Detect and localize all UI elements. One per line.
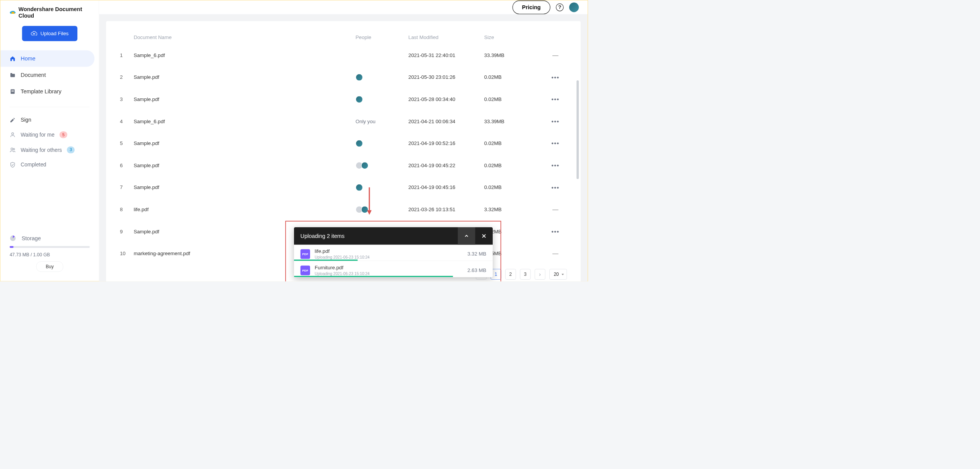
- page-3-button[interactable]: 3: [520, 269, 531, 280]
- table-row[interactable]: 4Sample_6.pdfOnly you2021-04-21 00:06:34…: [120, 111, 567, 133]
- upload-progress-bar: [294, 276, 453, 277]
- table-row[interactable]: 5Sample.pdf2021-04-19 00:52:160.02MB•••: [120, 132, 567, 155]
- row-size: 0.02MB: [484, 184, 544, 191]
- storage-progress: [10, 246, 90, 248]
- more-actions-icon[interactable]: •••: [551, 96, 559, 103]
- row-size: 33.39MB: [484, 119, 544, 125]
- help-icon[interactable]: ?: [556, 3, 564, 11]
- row-size: 0.02MB: [484, 163, 544, 169]
- table-row[interactable]: 3Sample.pdf2021-05-28 00:34:400.02MB•••: [120, 88, 567, 111]
- row-last-modified: 2021-04-19 00:45:22: [408, 163, 484, 169]
- row-people: [356, 206, 408, 213]
- row-index: 5: [120, 140, 134, 147]
- more-actions-icon[interactable]: •••: [551, 184, 559, 191]
- row-size: 0.02MB: [484, 96, 544, 103]
- page-size-select[interactable]: 20: [549, 269, 567, 280]
- table-row[interactable]: 6Sample.pdf2021-04-19 00:45:220.02MB•••: [120, 155, 567, 177]
- folder-icon: [10, 72, 16, 78]
- page-2-button[interactable]: 2: [505, 269, 516, 280]
- svg-point-4: [11, 148, 13, 150]
- avatar-icon: [356, 140, 363, 147]
- sidebar-item-template-library[interactable]: Template Library: [0, 83, 99, 100]
- avatar-icon: [356, 96, 363, 103]
- table-header: Document Name People Last Modified Size: [120, 30, 567, 44]
- row-document-name: Sample.pdf: [134, 163, 356, 169]
- row-index: 10: [120, 251, 134, 257]
- row-index: 9: [120, 229, 134, 235]
- buy-button[interactable]: Buy: [36, 261, 63, 272]
- row-size: 0.02MB: [484, 140, 544, 147]
- sidebar-item-sign[interactable]: Sign: [0, 113, 99, 127]
- row-index: 8: [120, 207, 134, 213]
- upload-item-sub: Uploading 2021-06-23 15:10:24: [315, 272, 467, 276]
- upload-item-size: 3.32 MB: [467, 251, 486, 257]
- row-people: [356, 184, 408, 191]
- table-row[interactable]: 2Sample.pdf2021-05-30 23:01:260.02MB•••: [120, 66, 567, 88]
- no-actions-icon: —: [552, 250, 559, 257]
- row-document-name: Sample.pdf: [134, 74, 356, 80]
- storage-text: 47.73 MB / 1.00 GB: [10, 252, 90, 257]
- nav-list: Home Document Template Library: [0, 50, 99, 103]
- row-index: 7: [120, 184, 134, 191]
- svg-rect-1: [11, 90, 14, 91]
- row-people: [356, 74, 408, 81]
- brand: Wondershare Document Cloud: [0, 6, 99, 26]
- more-actions-icon[interactable]: •••: [551, 162, 559, 169]
- pricing-button[interactable]: Pricing: [512, 0, 550, 14]
- upload-collapse-button[interactable]: [458, 227, 475, 245]
- page-next-button[interactable]: ›: [535, 269, 546, 280]
- pie-icon: [10, 235, 16, 241]
- upload-item-size: 2.63 MB: [467, 267, 486, 274]
- row-document-name: life.pdf: [134, 207, 356, 213]
- user-icon: [10, 132, 16, 138]
- upload-close-button[interactable]: [475, 227, 493, 245]
- upload-progress-bar: [294, 260, 358, 261]
- row-index: 2: [120, 74, 134, 80]
- upload-item: PDFFurniture.pdfUploading 2021-06-23 15:…: [294, 261, 493, 277]
- row-last-modified: 2021-04-19 00:45:16: [408, 184, 484, 191]
- template-icon: [10, 89, 16, 95]
- home-icon: [10, 55, 16, 62]
- only-you-label: Only you: [356, 119, 376, 124]
- more-actions-icon[interactable]: •••: [551, 118, 559, 125]
- row-document-name: Sample.pdf: [134, 140, 356, 147]
- scrollbar[interactable]: [577, 80, 579, 179]
- svg-rect-2: [11, 91, 14, 92]
- row-last-modified: 2021-04-21 00:06:34: [408, 119, 484, 125]
- avatar-icon: [356, 184, 363, 191]
- row-document-name: Sample.pdf: [134, 96, 356, 103]
- row-people: [356, 162, 408, 169]
- sidebar-item-waiting-for-others[interactable]: Waiting for others 3: [0, 142, 99, 158]
- brand-logo-icon: [10, 11, 16, 15]
- sidebar-item-home[interactable]: Home: [0, 50, 94, 67]
- upload-files-button[interactable]: Upload Files: [22, 26, 77, 41]
- sidebar-item-document[interactable]: Document: [0, 67, 99, 83]
- row-last-modified: 2021-03-26 10:13:51: [408, 207, 484, 213]
- table-row[interactable]: 8life.pdf2021-03-26 10:13:513.32MB—: [120, 199, 567, 221]
- svg-point-3: [11, 133, 13, 135]
- count-badge: 5: [60, 131, 67, 138]
- row-size: 33.39MB: [484, 52, 544, 59]
- user-avatar[interactable]: [569, 3, 579, 12]
- more-actions-icon[interactable]: •••: [551, 140, 559, 147]
- col-size: Size: [484, 34, 544, 41]
- no-actions-icon: —: [552, 206, 559, 213]
- table-row[interactable]: 1Sample_6.pdf2021-05-31 22:40:0133.39MB—: [120, 44, 567, 66]
- table-row[interactable]: 7Sample.pdf2021-04-19 00:45:160.02MB•••: [120, 176, 567, 199]
- close-icon: [481, 233, 487, 239]
- brand-title: Wondershare Document Cloud: [18, 6, 90, 19]
- users-icon: [10, 147, 16, 153]
- avatar-icon: [361, 162, 368, 169]
- col-name: Document Name: [134, 34, 356, 41]
- row-last-modified: 2021-05-31 22:40:01: [408, 52, 484, 59]
- more-actions-icon[interactable]: •••: [551, 228, 559, 235]
- row-size: 3.32MB: [484, 207, 544, 213]
- row-index: 4: [120, 119, 134, 125]
- upload-popup-header: Uploading 2 items: [294, 227, 493, 245]
- more-actions-icon[interactable]: •••: [551, 74, 559, 81]
- main: Pricing ? Document Name People Last Modi…: [99, 0, 588, 281]
- pdf-badge-icon: PDF: [301, 265, 310, 275]
- sidebar-item-waiting-for-me[interactable]: Waiting for me 5: [0, 127, 99, 142]
- sidebar-item-completed[interactable]: Completed: [0, 158, 99, 172]
- col-people: People: [356, 34, 408, 41]
